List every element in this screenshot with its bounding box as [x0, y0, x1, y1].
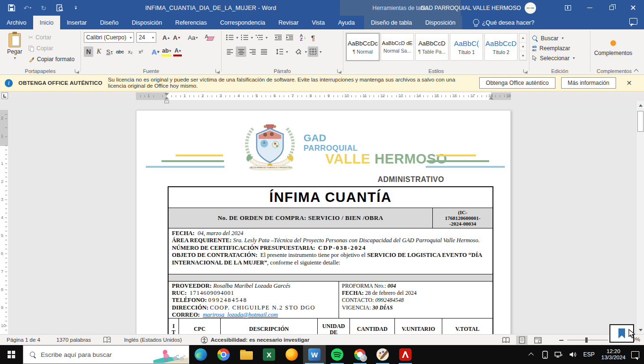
shading-button[interactable] — [293, 46, 304, 57]
collapse-ribbon-icon[interactable] — [634, 69, 639, 73]
scroll-up-icon[interactable] — [637, 101, 644, 109]
justify-button[interactable] — [259, 46, 269, 57]
redo-icon[interactable]: ↻ — [39, 3, 48, 13]
email-link[interactable]: marirosa_lozada@hotmail.com — [203, 311, 278, 318]
clock[interactable]: 12:2013/3/2024 — [601, 348, 626, 361]
complementos-button[interactable]: Complementos — [593, 31, 633, 65]
vertical-scrollbar[interactable] — [636, 101, 644, 334]
qat-customize-icon[interactable]: ▾ — [71, 3, 80, 13]
word-count[interactable]: 1370 palabras — [56, 337, 91, 343]
purchase-order-table[interactable]: ÍNFIMA CUANTÍA No. DE ORDEN DE COMPRA: S… — [168, 186, 493, 334]
scrollbar-thumb[interactable] — [637, 111, 644, 132]
style-titulo-2[interactable]: AaBbCcDTítulo 2 — [484, 33, 518, 61]
increase-indent-button[interactable] — [284, 32, 295, 43]
format-painter-button[interactable]: Copiar formato — [27, 54, 75, 64]
copy-button[interactable]: Copiar — [27, 43, 75, 54]
tab-stop-selector[interactable] — [1, 92, 8, 99]
font-color-button[interactable]: A▾ — [173, 46, 182, 57]
tab-inicio[interactable]: Inicio — [33, 16, 60, 29]
tab-insertar[interactable]: Insertar — [60, 16, 93, 29]
highlight-color-button[interactable]: ab▾ — [161, 46, 172, 57]
style-normal-sa[interactable]: AaBbCcD dENormal Sa... — [381, 33, 414, 61]
select-button[interactable]: Seleccionar▾ — [532, 53, 588, 63]
style-table-pa[interactable]: AaBbCcD¶ Table Pa... — [415, 33, 448, 61]
borders-button[interactable] — [308, 46, 318, 57]
comments-icon[interactable] — [629, 18, 637, 25]
taskbar-chrome-profile-icon[interactable] — [349, 345, 371, 364]
taskbar-search[interactable] — [23, 345, 189, 364]
account-area[interactable]: GAD PARROQUIAL VALLE HERMOSO — [420, 0, 536, 16]
bullets-button[interactable] — [224, 32, 235, 43]
ribbon-display-options-button[interactable] — [557, 0, 579, 16]
superscript-button[interactable]: x² — [136, 46, 145, 57]
replace-button[interactable]: abacReemplazar — [532, 43, 588, 53]
horizontal-ruler[interactable]: 112345678910111213141516171819 — [136, 92, 511, 100]
tab-referencias[interactable]: Referencias — [169, 16, 214, 29]
page-indicator[interactable]: Página 1 de 4 — [7, 337, 40, 343]
dialog-launcher-icon[interactable] — [523, 69, 528, 73]
hanging-indent-marker[interactable] — [164, 94, 169, 100]
taskbar-file-explorer-icon[interactable] — [235, 345, 258, 364]
font-size-combo[interactable]: 24▾ — [136, 32, 156, 43]
find-button[interactable]: Buscar▾ — [532, 33, 588, 43]
accessibility-icon[interactable] — [201, 337, 208, 344]
tab-vista[interactable]: Vista — [305, 16, 331, 29]
more-info-button[interactable]: Más información — [561, 77, 616, 89]
tab-diseno[interactable]: Diseño — [93, 16, 125, 29]
cut-button[interactable]: ✂Cortar — [27, 32, 75, 43]
volume-icon[interactable] — [569, 351, 577, 358]
gallery-up-icon[interactable]: ▲ — [519, 34, 527, 43]
account-avatar[interactable] — [525, 2, 536, 14]
restore-button[interactable] — [600, 0, 622, 16]
scroll-down-icon[interactable] — [637, 326, 644, 334]
gallery-down-icon[interactable]: ▼ — [519, 43, 527, 52]
language-tray[interactable]: ESP — [583, 351, 595, 358]
taskbar-acrobat-icon[interactable] — [394, 345, 417, 364]
taskbar-firefox-icon[interactable] — [280, 345, 303, 364]
taskbar-edge-icon[interactable] — [189, 345, 212, 364]
zoom-out-icon[interactable] — [559, 340, 564, 341]
network-icon[interactable] — [555, 351, 563, 358]
taskbar-word-icon[interactable]: W — [303, 345, 326, 364]
tab-correspondencia[interactable]: Correspondencia — [214, 16, 272, 29]
dialog-launcher-icon[interactable] — [215, 69, 220, 73]
taskbar-paint-icon[interactable] — [371, 345, 394, 364]
clear-formatting-button[interactable] — [204, 32, 215, 43]
right-indent-marker[interactable] — [489, 94, 493, 100]
tab-diseno-de-tabla[interactable]: Diseño de tabla — [364, 16, 419, 29]
action-center-icon[interactable] — [631, 351, 639, 358]
italic-button[interactable]: K — [94, 46, 104, 57]
accessibility-status[interactable]: Accesibilidad: es necesario investigar — [211, 337, 309, 343]
align-right-button[interactable] — [247, 46, 258, 57]
style-normal[interactable]: AaBbCcDc¶ Normal — [346, 33, 379, 61]
paste-button[interactable]: Pegar ▾ — [3, 31, 27, 65]
subscript-button[interactable]: x₂ — [125, 46, 135, 57]
text-effects-button[interactable]: A▾ — [151, 46, 160, 57]
vertical-ruler[interactable]: 2112345678910 — [0, 110, 8, 334]
tell-me-box[interactable]: ¿Qué desea hacer? — [467, 16, 540, 29]
proofing-icon[interactable] — [103, 337, 111, 343]
close-button[interactable]: ✕ — [622, 0, 644, 16]
language-indicator[interactable]: Inglés (Estados Unidos) — [124, 337, 182, 343]
underline-button[interactable]: S▾ — [105, 46, 114, 57]
web-layout-icon[interactable] — [532, 336, 544, 345]
phone-link-icon[interactable] — [542, 351, 548, 359]
font-name-combo[interactable]: Calibri (Cuerpo)▾ — [84, 32, 134, 43]
print-preview-icon[interactable] — [55, 3, 64, 13]
multilevel-list-button[interactable] — [254, 32, 264, 43]
align-center-button[interactable] — [236, 46, 246, 57]
tab-ayuda[interactable]: Ayuda — [331, 16, 361, 29]
taskbar-excel-icon[interactable]: X — [258, 345, 280, 364]
gallery-more-icon[interactable]: ▼ — [519, 51, 527, 60]
style-titulo-1[interactable]: AaBbC(Título 1 — [450, 33, 483, 61]
bold-button[interactable]: N — [84, 46, 93, 57]
numbering-button[interactable] — [239, 32, 250, 43]
undo-icon[interactable]: ↶▾ — [23, 3, 32, 13]
read-mode-icon[interactable] — [500, 336, 511, 345]
tab-revisar[interactable]: Revisar — [272, 16, 305, 29]
close-warning-icon[interactable]: ✕ — [626, 79, 632, 87]
sort-button[interactable]: AZ — [300, 34, 303, 41]
shrink-font-button[interactable]: A▼ — [172, 32, 181, 43]
taskbar-chrome-icon[interactable] — [212, 345, 235, 364]
zoom-slider[interactable] — [567, 340, 608, 340]
